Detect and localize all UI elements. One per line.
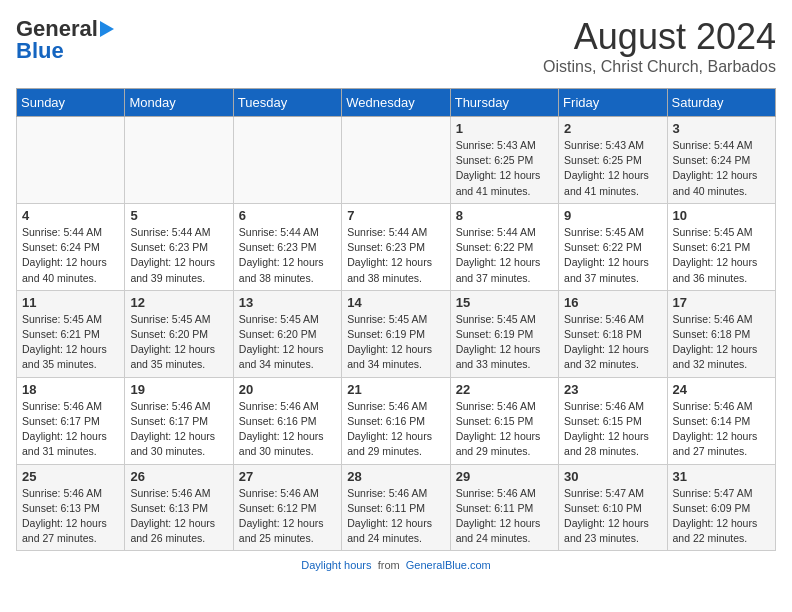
day-number: 17	[673, 295, 770, 310]
calendar-cell: 27Sunrise: 5:46 AM Sunset: 6:12 PM Dayli…	[233, 464, 341, 551]
day-info: Sunrise: 5:46 AM Sunset: 6:13 PM Dayligh…	[130, 486, 227, 547]
calendar-week-row: 18Sunrise: 5:46 AM Sunset: 6:17 PM Dayli…	[17, 377, 776, 464]
day-info: Sunrise: 5:46 AM Sunset: 6:15 PM Dayligh…	[456, 399, 553, 460]
calendar-week-row: 4Sunrise: 5:44 AM Sunset: 6:24 PM Daylig…	[17, 203, 776, 290]
calendar-cell: 20Sunrise: 5:46 AM Sunset: 6:16 PM Dayli…	[233, 377, 341, 464]
weekday-header: Wednesday	[342, 89, 450, 117]
day-number: 16	[564, 295, 661, 310]
day-number: 5	[130, 208, 227, 223]
day-number: 10	[673, 208, 770, 223]
calendar-cell: 18Sunrise: 5:46 AM Sunset: 6:17 PM Dayli…	[17, 377, 125, 464]
calendar-cell: 11Sunrise: 5:45 AM Sunset: 6:21 PM Dayli…	[17, 290, 125, 377]
day-number: 26	[130, 469, 227, 484]
day-number: 9	[564, 208, 661, 223]
day-number: 19	[130, 382, 227, 397]
footer-note: Daylight hours from GeneralBlue.com	[16, 559, 776, 571]
day-info: Sunrise: 5:46 AM Sunset: 6:14 PM Dayligh…	[673, 399, 770, 460]
calendar-cell: 21Sunrise: 5:46 AM Sunset: 6:16 PM Dayli…	[342, 377, 450, 464]
day-info: Sunrise: 5:45 AM Sunset: 6:21 PM Dayligh…	[673, 225, 770, 286]
day-number: 12	[130, 295, 227, 310]
day-info: Sunrise: 5:46 AM Sunset: 6:11 PM Dayligh…	[456, 486, 553, 547]
calendar-cell: 3Sunrise: 5:44 AM Sunset: 6:24 PM Daylig…	[667, 117, 775, 204]
weekday-header: Friday	[559, 89, 667, 117]
calendar-cell: 29Sunrise: 5:46 AM Sunset: 6:11 PM Dayli…	[450, 464, 558, 551]
day-number: 3	[673, 121, 770, 136]
calendar-cell: 6Sunrise: 5:44 AM Sunset: 6:23 PM Daylig…	[233, 203, 341, 290]
day-number: 6	[239, 208, 336, 223]
calendar-cell: 31Sunrise: 5:47 AM Sunset: 6:09 PM Dayli…	[667, 464, 775, 551]
day-number: 13	[239, 295, 336, 310]
calendar-week-row: 25Sunrise: 5:46 AM Sunset: 6:13 PM Dayli…	[17, 464, 776, 551]
day-number: 15	[456, 295, 553, 310]
day-info: Sunrise: 5:46 AM Sunset: 6:15 PM Dayligh…	[564, 399, 661, 460]
calendar-cell: 12Sunrise: 5:45 AM Sunset: 6:20 PM Dayli…	[125, 290, 233, 377]
day-info: Sunrise: 5:45 AM Sunset: 6:22 PM Dayligh…	[564, 225, 661, 286]
calendar-cell: 9Sunrise: 5:45 AM Sunset: 6:22 PM Daylig…	[559, 203, 667, 290]
calendar-cell: 4Sunrise: 5:44 AM Sunset: 6:24 PM Daylig…	[17, 203, 125, 290]
svg-marker-0	[100, 21, 114, 37]
calendar-cell: 10Sunrise: 5:45 AM Sunset: 6:21 PM Dayli…	[667, 203, 775, 290]
calendar-cell	[342, 117, 450, 204]
calendar-cell: 16Sunrise: 5:46 AM Sunset: 6:18 PM Dayli…	[559, 290, 667, 377]
calendar-cell: 2Sunrise: 5:43 AM Sunset: 6:25 PM Daylig…	[559, 117, 667, 204]
day-number: 29	[456, 469, 553, 484]
day-number: 1	[456, 121, 553, 136]
calendar-cell: 19Sunrise: 5:46 AM Sunset: 6:17 PM Dayli…	[125, 377, 233, 464]
calendar-cell: 28Sunrise: 5:46 AM Sunset: 6:11 PM Dayli…	[342, 464, 450, 551]
day-number: 24	[673, 382, 770, 397]
day-info: Sunrise: 5:44 AM Sunset: 6:22 PM Dayligh…	[456, 225, 553, 286]
day-info: Sunrise: 5:43 AM Sunset: 6:25 PM Dayligh…	[564, 138, 661, 199]
day-info: Sunrise: 5:47 AM Sunset: 6:09 PM Dayligh…	[673, 486, 770, 547]
calendar-cell: 26Sunrise: 5:46 AM Sunset: 6:13 PM Dayli…	[125, 464, 233, 551]
day-number: 7	[347, 208, 444, 223]
calendar-cell: 8Sunrise: 5:44 AM Sunset: 6:22 PM Daylig…	[450, 203, 558, 290]
weekday-header: Monday	[125, 89, 233, 117]
calendar-cell: 5Sunrise: 5:44 AM Sunset: 6:23 PM Daylig…	[125, 203, 233, 290]
calendar-table: SundayMondayTuesdayWednesdayThursdayFrid…	[16, 88, 776, 551]
logo-arrow-icon	[100, 19, 120, 39]
day-number: 30	[564, 469, 661, 484]
day-number: 28	[347, 469, 444, 484]
day-number: 23	[564, 382, 661, 397]
day-info: Sunrise: 5:43 AM Sunset: 6:25 PM Dayligh…	[456, 138, 553, 199]
day-info: Sunrise: 5:45 AM Sunset: 6:21 PM Dayligh…	[22, 312, 119, 373]
day-info: Sunrise: 5:47 AM Sunset: 6:10 PM Dayligh…	[564, 486, 661, 547]
calendar-cell: 15Sunrise: 5:45 AM Sunset: 6:19 PM Dayli…	[450, 290, 558, 377]
day-number: 25	[22, 469, 119, 484]
weekday-header: Sunday	[17, 89, 125, 117]
day-info: Sunrise: 5:44 AM Sunset: 6:23 PM Dayligh…	[347, 225, 444, 286]
day-info: Sunrise: 5:44 AM Sunset: 6:23 PM Dayligh…	[239, 225, 336, 286]
weekday-header: Tuesday	[233, 89, 341, 117]
calendar-cell: 1Sunrise: 5:43 AM Sunset: 6:25 PM Daylig…	[450, 117, 558, 204]
page-header: General Blue August 2024 Oistins, Christ…	[16, 16, 776, 76]
day-number: 8	[456, 208, 553, 223]
calendar-cell	[233, 117, 341, 204]
calendar-cell: 13Sunrise: 5:45 AM Sunset: 6:20 PM Dayli…	[233, 290, 341, 377]
weekday-header: Thursday	[450, 89, 558, 117]
day-info: Sunrise: 5:46 AM Sunset: 6:16 PM Dayligh…	[239, 399, 336, 460]
day-number: 31	[673, 469, 770, 484]
logo: General Blue	[16, 16, 120, 64]
day-info: Sunrise: 5:45 AM Sunset: 6:19 PM Dayligh…	[347, 312, 444, 373]
day-info: Sunrise: 5:46 AM Sunset: 6:17 PM Dayligh…	[22, 399, 119, 460]
calendar-week-row: 1Sunrise: 5:43 AM Sunset: 6:25 PM Daylig…	[17, 117, 776, 204]
logo-blue-text: Blue	[16, 38, 64, 64]
location-title: Oistins, Christ Church, Barbados	[543, 58, 776, 76]
day-number: 27	[239, 469, 336, 484]
day-info: Sunrise: 5:44 AM Sunset: 6:23 PM Dayligh…	[130, 225, 227, 286]
calendar-cell: 22Sunrise: 5:46 AM Sunset: 6:15 PM Dayli…	[450, 377, 558, 464]
footer-source: GeneralBlue.com	[406, 559, 491, 571]
day-info: Sunrise: 5:45 AM Sunset: 6:20 PM Dayligh…	[130, 312, 227, 373]
day-info: Sunrise: 5:46 AM Sunset: 6:17 PM Dayligh…	[130, 399, 227, 460]
day-info: Sunrise: 5:44 AM Sunset: 6:24 PM Dayligh…	[673, 138, 770, 199]
day-info: Sunrise: 5:44 AM Sunset: 6:24 PM Dayligh…	[22, 225, 119, 286]
day-info: Sunrise: 5:46 AM Sunset: 6:16 PM Dayligh…	[347, 399, 444, 460]
day-number: 2	[564, 121, 661, 136]
day-number: 18	[22, 382, 119, 397]
weekday-header: Saturday	[667, 89, 775, 117]
calendar-week-row: 11Sunrise: 5:45 AM Sunset: 6:21 PM Dayli…	[17, 290, 776, 377]
calendar-cell: 14Sunrise: 5:45 AM Sunset: 6:19 PM Dayli…	[342, 290, 450, 377]
day-number: 20	[239, 382, 336, 397]
calendar-cell: 7Sunrise: 5:44 AM Sunset: 6:23 PM Daylig…	[342, 203, 450, 290]
calendar-cell: 23Sunrise: 5:46 AM Sunset: 6:15 PM Dayli…	[559, 377, 667, 464]
